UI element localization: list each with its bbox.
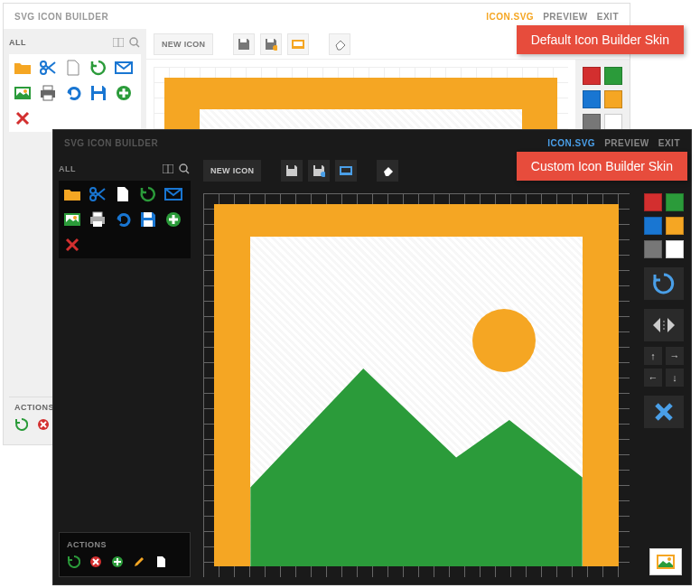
svg-rect-15 bbox=[94, 86, 102, 91]
svg-rect-42 bbox=[93, 212, 102, 217]
folder-icon[interactable] bbox=[13, 58, 33, 78]
swatch-blue[interactable] bbox=[583, 90, 601, 108]
preview-thumbnail[interactable] bbox=[649, 548, 682, 575]
image-icon[interactable] bbox=[62, 210, 82, 229]
icon-library bbox=[59, 181, 191, 258]
link-icon-svg[interactable]: ICON.SVG bbox=[486, 12, 534, 22]
print-icon[interactable] bbox=[38, 83, 58, 103]
collapse-icon[interactable] bbox=[112, 36, 125, 49]
swatch-gray[interactable] bbox=[644, 240, 662, 258]
canvas[interactable] bbox=[196, 186, 637, 584]
export-button-icon[interactable] bbox=[335, 160, 357, 182]
link-preview[interactable]: PREVIEW bbox=[604, 138, 649, 148]
action-edit-icon[interactable] bbox=[132, 555, 146, 569]
eraser-button-icon[interactable] bbox=[377, 160, 398, 182]
export-button-icon[interactable] bbox=[287, 33, 309, 55]
action-refresh-icon[interactable] bbox=[14, 417, 29, 432]
scissors-icon[interactable] bbox=[38, 58, 58, 78]
link-exit[interactable]: EXIT bbox=[658, 138, 680, 148]
svg-rect-29 bbox=[294, 42, 303, 46]
save-as-button-icon[interactable] bbox=[260, 33, 282, 55]
action-refresh-icon[interactable] bbox=[67, 555, 81, 569]
svg-point-65 bbox=[663, 328, 665, 330]
svg-rect-12 bbox=[43, 86, 52, 90]
svg-rect-45 bbox=[144, 212, 152, 218]
eraser-button-icon[interactable] bbox=[329, 33, 350, 55]
svg-rect-14 bbox=[43, 95, 52, 100]
file-icon[interactable] bbox=[63, 58, 83, 78]
svg-rect-16 bbox=[94, 94, 103, 100]
nudge-down-icon[interactable]: ↓ bbox=[666, 369, 684, 387]
swatch-white[interactable] bbox=[666, 240, 684, 258]
save-icon[interactable] bbox=[89, 83, 108, 103]
nudge-left-icon[interactable]: ← bbox=[644, 369, 662, 387]
actions-title: ACTIONS bbox=[67, 540, 107, 549]
refresh-icon[interactable] bbox=[89, 58, 108, 78]
link-exit[interactable]: EXIT bbox=[597, 12, 619, 22]
nudge-controls: ↑ → ← ↓ bbox=[644, 347, 684, 387]
undo-icon[interactable] bbox=[63, 83, 83, 103]
link-icon-svg[interactable]: ICON.SVG bbox=[547, 138, 595, 148]
svg-rect-25 bbox=[240, 39, 247, 42]
rotate-button[interactable] bbox=[644, 267, 684, 300]
save-as-button-icon[interactable] bbox=[308, 160, 330, 182]
refresh-icon[interactable] bbox=[138, 184, 158, 204]
search-icon[interactable] bbox=[178, 163, 191, 175]
action-delete-icon[interactable] bbox=[89, 555, 103, 569]
svg-rect-59 bbox=[315, 165, 322, 169]
print-icon[interactable] bbox=[88, 210, 107, 229]
svg-point-63 bbox=[663, 321, 665, 322]
swatch-red[interactable] bbox=[583, 67, 601, 85]
swatch-orange[interactable] bbox=[604, 90, 622, 108]
swatch-red[interactable] bbox=[644, 193, 662, 211]
swatch-green[interactable] bbox=[666, 193, 684, 211]
folder-icon[interactable] bbox=[62, 184, 82, 204]
nudge-right-icon[interactable]: → bbox=[666, 347, 684, 365]
link-preview[interactable]: PREVIEW bbox=[543, 12, 588, 22]
flip-button[interactable] bbox=[644, 309, 684, 341]
action-add-icon[interactable] bbox=[110, 555, 125, 569]
actions-title: ACTIONS bbox=[14, 403, 54, 412]
new-icon-button[interactable]: NEW ICON bbox=[154, 33, 213, 55]
swatch-orange[interactable] bbox=[666, 217, 684, 235]
artwork bbox=[214, 204, 619, 566]
mail-icon[interactable] bbox=[163, 184, 183, 204]
svg-rect-46 bbox=[144, 220, 153, 227]
action-file-icon[interactable] bbox=[154, 555, 168, 569]
collapse-icon[interactable] bbox=[162, 163, 174, 175]
svg-line-33 bbox=[186, 171, 189, 173]
new-icon-button[interactable]: NEW ICON bbox=[203, 160, 261, 182]
save-button-icon[interactable] bbox=[233, 33, 255, 55]
image-icon[interactable] bbox=[13, 83, 33, 103]
svg-rect-62 bbox=[341, 168, 350, 173]
nudge-up-icon[interactable]: ↑ bbox=[644, 347, 662, 365]
mail-icon[interactable] bbox=[114, 58, 134, 78]
clear-button[interactable] bbox=[644, 396, 684, 428]
svg-point-41 bbox=[73, 216, 77, 219]
svg-line-3 bbox=[136, 44, 139, 47]
add-icon[interactable] bbox=[163, 210, 183, 229]
scissors-icon[interactable] bbox=[88, 184, 107, 204]
sidebar-title: ALL bbox=[9, 38, 26, 47]
save-icon[interactable] bbox=[138, 210, 158, 229]
close-icon[interactable] bbox=[13, 108, 33, 128]
swatch-green[interactable] bbox=[604, 67, 622, 85]
palette-bar: ↑ → ← ↓ bbox=[637, 186, 691, 584]
undo-icon[interactable] bbox=[113, 210, 133, 229]
file-icon[interactable] bbox=[113, 184, 133, 204]
swatch-blue[interactable] bbox=[644, 217, 662, 235]
svg-rect-44 bbox=[93, 221, 102, 227]
svg-point-64 bbox=[663, 324, 665, 326]
svg-point-2 bbox=[130, 38, 137, 45]
close-icon[interactable] bbox=[62, 235, 82, 255]
svg-point-11 bbox=[23, 89, 27, 93]
svg-rect-58 bbox=[288, 165, 294, 169]
app-window-custom: SVG ICON BUILDER ICON.SVG PREVIEW EXIT A… bbox=[52, 129, 692, 585]
save-button-icon[interactable] bbox=[281, 160, 303, 182]
svg-rect-26 bbox=[267, 39, 274, 42]
search-icon[interactable] bbox=[128, 36, 141, 49]
icon-library bbox=[9, 54, 141, 132]
add-icon[interactable] bbox=[114, 83, 134, 103]
action-delete-icon[interactable] bbox=[36, 417, 51, 432]
sidebar-title: ALL bbox=[59, 164, 76, 173]
